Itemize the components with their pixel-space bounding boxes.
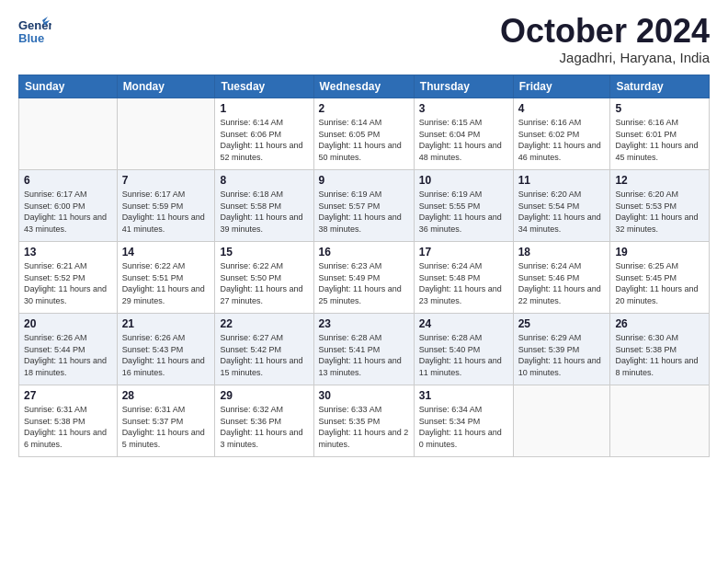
table-row: 13 Sunrise: 6:21 AMSunset: 5:52 PMDaylig… bbox=[19, 242, 118, 314]
day-number: 14 bbox=[122, 246, 210, 259]
day-info: Sunrise: 6:22 AMSunset: 5:50 PMDaylight:… bbox=[220, 261, 302, 305]
table-row bbox=[513, 385, 610, 457]
day-info: Sunrise: 6:21 AMSunset: 5:52 PMDaylight:… bbox=[24, 261, 107, 305]
day-info: Sunrise: 6:25 AMSunset: 5:45 PMDaylight:… bbox=[615, 261, 698, 305]
day-info: Sunrise: 6:22 AMSunset: 5:51 PMDaylight:… bbox=[122, 261, 205, 305]
day-number: 7 bbox=[122, 174, 210, 187]
day-info: Sunrise: 6:17 AMSunset: 6:00 PMDaylight:… bbox=[24, 190, 107, 234]
calendar-week-row: 20 Sunrise: 6:26 AMSunset: 5:44 PMDaylig… bbox=[19, 314, 710, 385]
day-number: 10 bbox=[419, 174, 508, 187]
day-number: 9 bbox=[319, 174, 409, 187]
table-row: 16 Sunrise: 6:23 AMSunset: 5:49 PMDaylig… bbox=[313, 242, 414, 314]
header-sunday: Sunday bbox=[19, 75, 118, 98]
day-info: Sunrise: 6:20 AMSunset: 5:54 PMDaylight:… bbox=[518, 190, 601, 234]
table-row: 31 Sunrise: 6:34 AMSunset: 5:34 PMDaylig… bbox=[414, 385, 513, 457]
table-row: 21 Sunrise: 6:26 AMSunset: 5:43 PMDaylig… bbox=[117, 314, 215, 385]
table-row: 3 Sunrise: 6:15 AMSunset: 6:04 PMDayligh… bbox=[414, 98, 513, 170]
day-number: 11 bbox=[518, 174, 606, 187]
day-info: Sunrise: 6:31 AMSunset: 5:38 PMDaylight:… bbox=[24, 405, 107, 449]
day-info: Sunrise: 6:30 AMSunset: 5:38 PMDaylight:… bbox=[615, 333, 698, 377]
day-info: Sunrise: 6:26 AMSunset: 5:43 PMDaylight:… bbox=[122, 333, 205, 377]
table-row: 11 Sunrise: 6:20 AMSunset: 5:54 PMDaylig… bbox=[513, 170, 610, 242]
header-wednesday: Wednesday bbox=[313, 75, 414, 98]
table-row: 29 Sunrise: 6:32 AMSunset: 5:36 PMDaylig… bbox=[215, 385, 313, 457]
day-info: Sunrise: 6:26 AMSunset: 5:44 PMDaylight:… bbox=[24, 333, 107, 377]
day-info: Sunrise: 6:20 AMSunset: 5:53 PMDaylight:… bbox=[615, 190, 698, 234]
day-number: 24 bbox=[419, 317, 508, 330]
day-number: 26 bbox=[615, 317, 704, 330]
day-number: 6 bbox=[24, 174, 112, 187]
page: General Blue October 2024 Jagadhri, Hary… bbox=[0, 0, 728, 563]
day-info: Sunrise: 6:17 AMSunset: 5:59 PMDaylight:… bbox=[122, 190, 205, 234]
calendar-week-row: 27 Sunrise: 6:31 AMSunset: 5:38 PMDaylig… bbox=[19, 385, 710, 457]
calendar-week-row: 13 Sunrise: 6:21 AMSunset: 5:52 PMDaylig… bbox=[19, 242, 710, 314]
day-number: 27 bbox=[24, 389, 112, 402]
table-row: 1 Sunrise: 6:14 AMSunset: 6:06 PMDayligh… bbox=[215, 98, 313, 170]
day-number: 29 bbox=[220, 389, 308, 402]
table-row: 5 Sunrise: 6:16 AMSunset: 6:01 PMDayligh… bbox=[610, 98, 710, 170]
day-info: Sunrise: 6:19 AMSunset: 5:55 PMDaylight:… bbox=[419, 190, 502, 234]
day-info: Sunrise: 6:16 AMSunset: 6:01 PMDaylight:… bbox=[615, 118, 698, 162]
day-info: Sunrise: 6:16 AMSunset: 6:02 PMDaylight:… bbox=[518, 118, 601, 162]
table-row: 19 Sunrise: 6:25 AMSunset: 5:45 PMDaylig… bbox=[610, 242, 710, 314]
day-info: Sunrise: 6:19 AMSunset: 5:57 PMDaylight:… bbox=[319, 190, 402, 234]
table-row: 25 Sunrise: 6:29 AMSunset: 5:39 PMDaylig… bbox=[513, 314, 610, 385]
day-number: 12 bbox=[615, 174, 704, 187]
table-row bbox=[117, 98, 215, 170]
table-row: 6 Sunrise: 6:17 AMSunset: 6:00 PMDayligh… bbox=[19, 170, 118, 242]
table-row: 4 Sunrise: 6:16 AMSunset: 6:02 PMDayligh… bbox=[513, 98, 610, 170]
day-number: 2 bbox=[319, 102, 409, 115]
month-title: October 2024 bbox=[500, 15, 710, 48]
day-info: Sunrise: 6:28 AMSunset: 5:40 PMDaylight:… bbox=[419, 333, 502, 377]
table-row: 26 Sunrise: 6:30 AMSunset: 5:38 PMDaylig… bbox=[610, 314, 710, 385]
day-info: Sunrise: 6:31 AMSunset: 5:37 PMDaylight:… bbox=[122, 405, 205, 449]
calendar-week-row: 1 Sunrise: 6:14 AMSunset: 6:06 PMDayligh… bbox=[19, 98, 710, 170]
header-saturday: Saturday bbox=[610, 75, 710, 98]
table-row: 30 Sunrise: 6:33 AMSunset: 5:35 PMDaylig… bbox=[313, 385, 414, 457]
table-row bbox=[19, 98, 118, 170]
day-number: 22 bbox=[220, 317, 308, 330]
table-row: 24 Sunrise: 6:28 AMSunset: 5:40 PMDaylig… bbox=[414, 314, 513, 385]
day-number: 25 bbox=[518, 317, 606, 330]
day-number: 16 bbox=[319, 246, 409, 259]
location: Jagadhri, Haryana, India bbox=[500, 50, 710, 65]
day-number: 31 bbox=[419, 389, 508, 402]
day-number: 23 bbox=[319, 317, 409, 330]
calendar-header-row: Sunday Monday Tuesday Wednesday Thursday… bbox=[19, 75, 710, 98]
day-number: 17 bbox=[419, 246, 508, 259]
table-row: 14 Sunrise: 6:22 AMSunset: 5:51 PMDaylig… bbox=[117, 242, 215, 314]
logo: General Blue bbox=[18, 15, 51, 48]
day-number: 4 bbox=[518, 102, 606, 115]
day-info: Sunrise: 6:28 AMSunset: 5:41 PMDaylight:… bbox=[319, 333, 402, 377]
header-tuesday: Tuesday bbox=[215, 75, 313, 98]
calendar-table: Sunday Monday Tuesday Wednesday Thursday… bbox=[18, 75, 710, 457]
svg-text:General: General bbox=[18, 18, 51, 32]
table-row: 20 Sunrise: 6:26 AMSunset: 5:44 PMDaylig… bbox=[19, 314, 118, 385]
table-row: 8 Sunrise: 6:18 AMSunset: 5:58 PMDayligh… bbox=[215, 170, 313, 242]
header-thursday: Thursday bbox=[414, 75, 513, 98]
table-row: 27 Sunrise: 6:31 AMSunset: 5:38 PMDaylig… bbox=[19, 385, 118, 457]
table-row: 12 Sunrise: 6:20 AMSunset: 5:53 PMDaylig… bbox=[610, 170, 710, 242]
day-number: 1 bbox=[220, 102, 308, 115]
day-info: Sunrise: 6:29 AMSunset: 5:39 PMDaylight:… bbox=[518, 333, 601, 377]
day-number: 19 bbox=[615, 246, 704, 259]
day-info: Sunrise: 6:27 AMSunset: 5:42 PMDaylight:… bbox=[220, 333, 302, 377]
header: General Blue October 2024 Jagadhri, Hary… bbox=[18, 15, 710, 65]
day-number: 28 bbox=[122, 389, 210, 402]
calendar-week-row: 6 Sunrise: 6:17 AMSunset: 6:00 PMDayligh… bbox=[19, 170, 710, 242]
table-row: 17 Sunrise: 6:24 AMSunset: 5:48 PMDaylig… bbox=[414, 242, 513, 314]
table-row: 22 Sunrise: 6:27 AMSunset: 5:42 PMDaylig… bbox=[215, 314, 313, 385]
day-info: Sunrise: 6:14 AMSunset: 6:06 PMDaylight:… bbox=[220, 118, 302, 162]
title-block: October 2024 Jagadhri, Haryana, India bbox=[500, 15, 710, 65]
day-number: 5 bbox=[615, 102, 704, 115]
table-row bbox=[610, 385, 710, 457]
table-row: 15 Sunrise: 6:22 AMSunset: 5:50 PMDaylig… bbox=[215, 242, 313, 314]
day-info: Sunrise: 6:24 AMSunset: 5:48 PMDaylight:… bbox=[419, 261, 502, 305]
day-info: Sunrise: 6:23 AMSunset: 5:49 PMDaylight:… bbox=[319, 261, 402, 305]
day-info: Sunrise: 6:32 AMSunset: 5:36 PMDaylight:… bbox=[220, 405, 302, 449]
day-number: 8 bbox=[220, 174, 308, 187]
header-monday: Monday bbox=[117, 75, 215, 98]
day-number: 20 bbox=[24, 317, 112, 330]
day-number: 30 bbox=[319, 389, 409, 402]
logo-icon: General Blue bbox=[18, 15, 51, 48]
